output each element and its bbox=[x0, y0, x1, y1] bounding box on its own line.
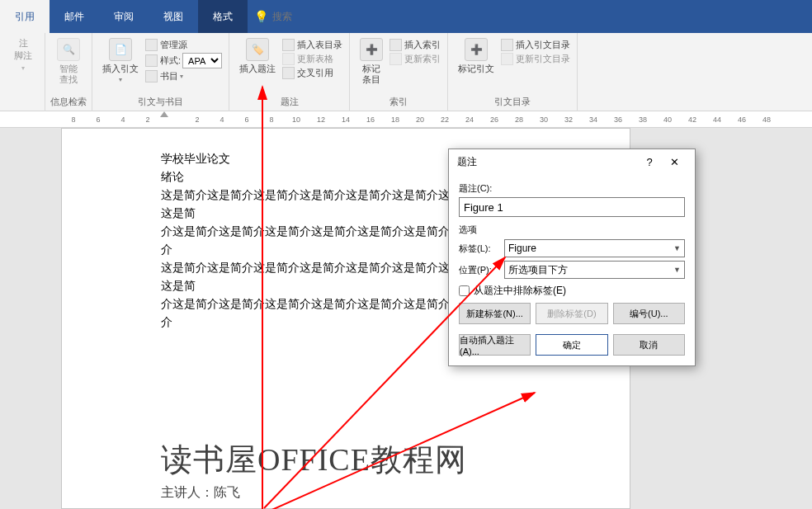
ruler-tick: 44 bbox=[705, 115, 729, 124]
update-index-icon bbox=[389, 53, 402, 65]
dialog-title: 题注 bbox=[457, 155, 477, 169]
update-authorities-button[interactable]: 更新引文目录 bbox=[501, 52, 570, 66]
crossref-icon bbox=[282, 67, 295, 79]
indent-marker-top[interactable] bbox=[160, 111, 168, 117]
ruler-tick: 10 bbox=[284, 115, 309, 124]
ruler-tick: 48 bbox=[754, 115, 779, 124]
tab-review[interactable]: 审阅 bbox=[99, 0, 149, 33]
ruler-tick: 12 bbox=[309, 115, 333, 124]
close-button[interactable]: ✕ bbox=[662, 156, 687, 168]
ruler-tick: 18 bbox=[383, 115, 408, 124]
insert-index-button[interactable]: 插入索引 bbox=[389, 38, 441, 52]
ribbon: 注 脚注 ▾ 🔍 智能 查找 信息检索 📄 插入引文 ▾ 管理源 样式:APA bbox=[0, 33, 812, 111]
citation-icon: 📄 bbox=[109, 38, 132, 61]
ruler-tick: 26 bbox=[482, 115, 507, 124]
search-box[interactable]: 💡 bbox=[254, 10, 396, 23]
insert-caption-button[interactable]: 🏷️ 插入题注 bbox=[234, 35, 281, 94]
ruler-tick: 30 bbox=[531, 115, 556, 124]
ruler-tick: 14 bbox=[333, 115, 358, 124]
search-icon: 💡 bbox=[254, 10, 268, 23]
footnote-button[interactable]: 注 脚注 ▾ bbox=[7, 35, 40, 97]
auto-caption-button[interactable]: 自动插入题注(A)... bbox=[459, 334, 531, 356]
update-icon bbox=[282, 53, 295, 65]
ruler-tick: 42 bbox=[680, 115, 705, 124]
group-citations-label: 引文与书目 bbox=[138, 94, 183, 111]
ruler-tick: 20 bbox=[408, 115, 432, 124]
tab-view[interactable]: 视图 bbox=[149, 0, 198, 33]
ruler-tick: 4 bbox=[111, 115, 135, 124]
ruler-tick: 2 bbox=[185, 115, 210, 124]
update-index-button[interactable]: 更新索引 bbox=[389, 52, 441, 66]
ruler-tick: 28 bbox=[507, 115, 531, 124]
group-captions-label: 题注 bbox=[281, 94, 299, 111]
exclude-label-checkbox[interactable]: 从题注中排除标签(E) bbox=[459, 284, 685, 298]
insert-table-figures-button[interactable]: 插入表目录 bbox=[282, 38, 342, 52]
mark-cite-icon: ➕ bbox=[465, 38, 488, 61]
group-authorities-label: 引文目录 bbox=[494, 94, 531, 111]
style-select[interactable]: 样式:APA bbox=[145, 52, 222, 69]
caption-input[interactable] bbox=[459, 197, 685, 217]
ok-button[interactable]: 确定 bbox=[536, 334, 607, 356]
caption-icon: 🏷️ bbox=[246, 38, 269, 61]
label-label: 标签(L): bbox=[459, 243, 504, 255]
insert-authorities-button[interactable]: 插入引文目录 bbox=[501, 38, 570, 52]
smart-lookup-button[interactable]: 🔍 智能 查找 bbox=[52, 35, 85, 94]
ruler-tick: 8 bbox=[259, 115, 284, 124]
exclude-checkbox-input[interactable] bbox=[459, 285, 470, 296]
ruler-tick: 16 bbox=[358, 115, 383, 124]
ruler-tick: 6 bbox=[234, 115, 259, 124]
update-table-button[interactable]: 更新表格 bbox=[282, 52, 342, 66]
ruler-tick: 46 bbox=[729, 115, 754, 124]
help-button[interactable]: ? bbox=[637, 156, 662, 168]
search-input[interactable] bbox=[272, 11, 396, 22]
cancel-button[interactable]: 取消 bbox=[613, 334, 685, 356]
delete-label-button: 删除标签(D) bbox=[536, 303, 607, 324]
tab-mail[interactable]: 邮件 bbox=[50, 0, 99, 33]
index-icon bbox=[389, 39, 402, 51]
ruler-tick: 38 bbox=[630, 115, 655, 124]
ruler-tick: 34 bbox=[581, 115, 606, 124]
ruler-tick: 22 bbox=[432, 115, 457, 124]
mark-citation-button[interactable]: ➕ 标记引文 bbox=[453, 35, 499, 94]
caption-label: 题注(C): bbox=[459, 182, 685, 195]
insert-citation-button[interactable]: 📄 插入引文 ▾ bbox=[97, 35, 144, 94]
chevron-down-icon: ▼ bbox=[673, 244, 681, 252]
horizontal-ruler[interactable]: 8642246810121416182022242628303234363840… bbox=[0, 111, 812, 128]
toc-icon bbox=[282, 39, 295, 51]
new-label-button[interactable]: 新建标签(N)... bbox=[459, 303, 531, 324]
ruler-tick: 4 bbox=[210, 115, 234, 124]
style-icon bbox=[145, 54, 158, 67]
chevron-down-icon: ▼ bbox=[673, 266, 681, 274]
ruler-tick: 6 bbox=[86, 115, 111, 124]
label-select[interactable]: Figure▼ bbox=[504, 239, 685, 257]
mark-icon: ➕ bbox=[360, 38, 383, 61]
sources-icon bbox=[145, 39, 158, 51]
doc-title: 读书屋OFFICE教程网 bbox=[161, 439, 531, 481]
group-research-label: 信息检索 bbox=[50, 94, 87, 111]
position-label: 位置(P): bbox=[459, 264, 504, 276]
style-combo[interactable]: APA bbox=[182, 53, 222, 68]
numbering-button[interactable]: 编号(U)... bbox=[613, 303, 685, 324]
update-auth-icon bbox=[501, 53, 513, 65]
ruler-tick: 24 bbox=[457, 115, 482, 124]
ruler-tick: 36 bbox=[606, 115, 630, 124]
position-select[interactable]: 所选项目下方▼ bbox=[504, 261, 685, 279]
ruler-tick: 32 bbox=[556, 115, 581, 124]
search-icon: 🔍 bbox=[57, 38, 80, 61]
ruler-tick: 40 bbox=[655, 115, 680, 124]
ruler-tick: 8 bbox=[61, 115, 86, 124]
caption-dialog: 题注 ? ✕ 题注(C): 选项 标签(L): Figure▼ 位置(P): 所… bbox=[448, 148, 696, 366]
group-index-label: 索引 bbox=[389, 94, 408, 111]
auth-icon bbox=[501, 39, 513, 51]
cross-reference-button[interactable]: 交叉引用 bbox=[282, 66, 342, 80]
options-label: 选项 bbox=[459, 224, 685, 236]
tab-format[interactable]: 格式 bbox=[198, 0, 248, 33]
manage-sources-button[interactable]: 管理源 bbox=[145, 38, 222, 52]
bibliography-button[interactable]: 书目▾ bbox=[145, 69, 222, 83]
mark-entry-button[interactable]: ➕ 标记 条目 bbox=[355, 35, 388, 94]
ruler-tick: 2 bbox=[135, 115, 160, 124]
tab-references[interactable]: 引用 bbox=[0, 0, 50, 33]
doc-subtitle: 主讲人：陈飞 bbox=[161, 484, 531, 502]
bib-icon bbox=[145, 70, 158, 82]
